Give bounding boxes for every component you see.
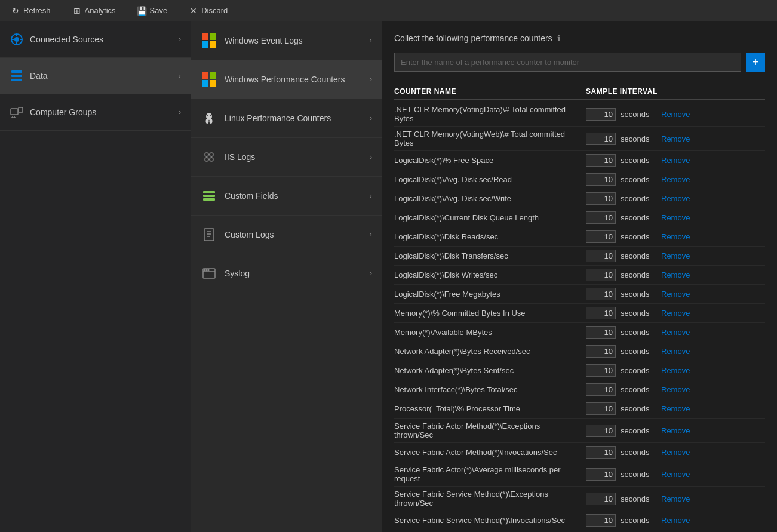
seconds-label: seconds [621, 470, 656, 479]
remove-button[interactable]: Remove [661, 404, 690, 413]
remove-button[interactable]: Remove [661, 309, 690, 318]
interval-input[interactable] [586, 364, 616, 377]
table-row: Memory(*)\Available MBytessecondsRemove [394, 323, 765, 342]
remove-button[interactable]: Remove [661, 194, 690, 203]
remove-button[interactable]: Remove [661, 251, 690, 260]
counter-name-cell: Service Fabric Actor Method(*)\Exception… [394, 422, 586, 439]
remove-button[interactable]: Remove [661, 270, 690, 279]
remove-button[interactable]: Remove [661, 134, 690, 143]
interval-input[interactable] [586, 402, 616, 415]
remove-button[interactable]: Remove [661, 213, 690, 222]
interval-input[interactable] [586, 446, 616, 459]
menu-item-custom-logs[interactable]: Custom Logs › [191, 216, 382, 254]
table-row: .NET CLR Memory(VotingWeb)\# Total commi… [394, 127, 765, 151]
table-row: Network Interface(*)\Bytes Total/secseco… [394, 380, 765, 399]
counter-name-cell: Service Fabric Actor Method(*)\Invocatio… [394, 448, 586, 457]
remove-button[interactable]: Remove [661, 516, 690, 525]
interval-input[interactable] [586, 211, 616, 224]
sidebar-item-computer-groups[interactable]: Computer Groups › [0, 94, 191, 131]
interval-input[interactable] [586, 425, 616, 437]
seconds-label: seconds [621, 516, 656, 525]
add-counter-button[interactable]: + [746, 53, 765, 72]
remove-button[interactable]: Remove [661, 426, 690, 435]
interval-input[interactable] [586, 230, 616, 243]
interval-input[interactable] [586, 173, 616, 186]
refresh-button[interactable]: ↻ Refresh [6, 4, 56, 18]
svg-rect-17 [210, 41, 216, 48]
remove-button[interactable]: Remove [661, 156, 690, 165]
iis-logs-icon [201, 149, 217, 165]
remove-button[interactable]: Remove [661, 175, 690, 184]
windows-perf-counters-label: Windows Performance Counters [225, 75, 345, 84]
svg-point-44 [204, 270, 205, 271]
sidebar-data-chevron: › [179, 72, 181, 80]
sidebar-computer-groups-chevron: › [179, 108, 181, 116]
interval-input[interactable] [586, 514, 616, 527]
linux-perf-counters-icon [201, 110, 217, 127]
data-icon [10, 69, 24, 83]
analytics-button[interactable]: ⊞ Analytics [67, 4, 121, 18]
menu-item-iis-logs[interactable]: IIS Logs › [191, 138, 382, 177]
custom-logs-icon [201, 226, 217, 243]
svg-rect-20 [202, 80, 208, 87]
interval-input[interactable] [586, 383, 616, 396]
remove-button[interactable]: Remove [661, 385, 690, 394]
seconds-label: seconds [621, 426, 656, 435]
interval-input[interactable] [586, 154, 616, 167]
interval-input[interactable] [586, 269, 616, 281]
svg-rect-37 [203, 198, 215, 201]
remove-button[interactable]: Remove [661, 290, 690, 299]
menu-item-linux-perf-counters[interactable]: Linux Performance Counters › [191, 99, 382, 138]
syslog-icon [201, 265, 217, 282]
menu-item-windows-perf-counters[interactable]: Windows Performance Counters › [191, 60, 382, 99]
analytics-label: Analytics [85, 6, 116, 15]
table-row: Service Fabric Actor Method(*)\Exception… [394, 419, 765, 443]
sidebar-item-data[interactable]: Data › [0, 58, 191, 94]
remove-button[interactable]: Remove [661, 366, 690, 375]
remove-button[interactable]: Remove [661, 110, 690, 119]
windows-event-logs-label: Windows Event Logs [225, 36, 303, 45]
interval-input[interactable] [586, 493, 616, 505]
svg-rect-19 [210, 72, 216, 79]
svg-point-26 [210, 115, 211, 116]
interval-input[interactable] [586, 468, 616, 481]
table-row: Service Fabric Service Method(*)\Invocat… [394, 511, 765, 530]
menu-item-custom-fields[interactable]: Custom Fields › [191, 177, 382, 216]
middle-menu: Windows Event Logs › Windows Performance… [191, 21, 382, 532]
table-row: LogicalDisk(*)\Avg. Disk sec/Readseconds… [394, 170, 765, 189]
remove-button[interactable]: Remove [661, 494, 690, 503]
counter-name-cell: LogicalDisk(*)\Free Megabytes [394, 290, 586, 299]
interval-input[interactable] [586, 307, 616, 319]
remove-button[interactable]: Remove [661, 470, 690, 479]
sidebar-item-connected-sources[interactable]: Connected Sources › [0, 21, 191, 58]
interval-input[interactable] [586, 133, 616, 145]
svg-point-1 [14, 37, 19, 42]
interval-input[interactable] [586, 250, 616, 262]
table-row: .NET CLR Memory(VotingData)\# Total comm… [394, 102, 765, 127]
discard-button[interactable]: ✕ Discard [184, 4, 232, 18]
info-icon[interactable]: ℹ [557, 33, 560, 43]
interval-input[interactable] [586, 192, 616, 205]
windows-perf-counters-chevron: › [370, 75, 372, 84]
interval-input[interactable] [586, 345, 616, 358]
remove-button[interactable]: Remove [661, 328, 690, 337]
custom-fields-icon [201, 187, 217, 204]
svg-point-30 [210, 158, 213, 161]
remove-button[interactable]: Remove [661, 232, 690, 241]
search-input[interactable] [394, 53, 741, 72]
menu-item-windows-event-logs[interactable]: Windows Event Logs › [191, 21, 382, 60]
svg-rect-18 [202, 72, 208, 79]
menu-item-syslog[interactable]: Syslog › [191, 254, 382, 293]
interval-input[interactable] [586, 288, 616, 300]
counter-name-header: COUNTER NAME [394, 87, 586, 96]
interval-input[interactable] [586, 108, 616, 121]
refresh-label: Refresh [23, 6, 51, 15]
save-button[interactable]: 💾 Save [133, 4, 173, 18]
remove-button[interactable]: Remove [661, 448, 690, 457]
remove-button[interactable]: Remove [661, 347, 690, 356]
counter-name-cell: Processor(_Total)\% Processor Time [394, 404, 586, 413]
svg-rect-7 [11, 75, 22, 77]
counter-name-cell: LogicalDisk(*)\% Free Space [394, 156, 586, 165]
seconds-label: seconds [621, 270, 656, 279]
interval-input[interactable] [586, 326, 616, 339]
